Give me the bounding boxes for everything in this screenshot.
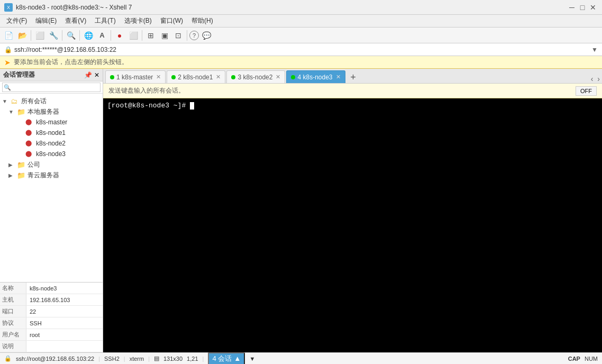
toolbar: 📄 📂 ⬜ 🔧 🔍 🌐 A ● ⬜ ⊞ ▣ ⊡ ? 💬 [0, 28, 602, 43]
pin-icon[interactable]: 📌 [84, 71, 92, 79]
num-indicator: NUM [585, 356, 598, 362]
sidebar-search-input[interactable] [2, 83, 101, 92]
tree-item-k8s-node1[interactable]: ▼ ⬤ k8s-node1 [0, 128, 103, 138]
status-size: 131x30 [163, 356, 183, 362]
menu-item-编辑(E)[interactable]: 编辑(E) [31, 15, 61, 26]
send-to-all-bar: 发送键盘输入的所有会话。 OFF [103, 84, 602, 98]
prop-row-port: 端口 22 [0, 306, 103, 317]
sessions-folder-icon: 🗂 [11, 97, 19, 105]
sessions-button[interactable]: 4 会话 ▲ [208, 352, 245, 365]
spacer: ▼ [17, 130, 24, 136]
status-address: ssh://root@192.168.65.103:22 [16, 356, 94, 362]
lock-icon: 🔒 [4, 46, 12, 53]
send-to-all-button[interactable]: OFF [576, 86, 597, 96]
properties-button[interactable]: 🔧 [47, 29, 60, 42]
new-session-button[interactable]: 📄 [2, 29, 15, 42]
prop-key: 名称 [0, 283, 26, 294]
green-button[interactable]: ⬜ [127, 29, 140, 42]
status-term: xterm [130, 356, 144, 362]
globe-button[interactable]: 🌐 [82, 29, 95, 42]
tab-2[interactable]: 2 k8s-node1✕ [167, 70, 225, 83]
add-tab-button[interactable]: + [348, 71, 359, 83]
tab-1[interactable]: 1 k8s-master✕ [105, 70, 166, 83]
menu-item-查看(V)[interactable]: 查看(V) [61, 15, 90, 26]
sidebar-close-icon[interactable]: ✕ [94, 71, 99, 79]
tab-close-button[interactable]: ✕ [156, 74, 161, 80]
sep: | [124, 356, 125, 362]
window-controls: ─ □ ✕ [567, 3, 598, 12]
prop-val: SSH [26, 317, 103, 329]
maximize-button[interactable]: □ [578, 3, 587, 12]
prop-row-username: 用户名 root [0, 329, 103, 341]
arrow-down-icon: ▼ [249, 356, 255, 362]
tab-close-button[interactable]: ✕ [216, 74, 221, 80]
terminal-button[interactable]: ▣ [158, 29, 171, 42]
menu-item-窗口(W)[interactable]: 窗口(W) [156, 15, 187, 26]
copy-button[interactable]: ⬜ [33, 29, 46, 42]
tab-prev-button[interactable]: ‹ [589, 75, 596, 83]
status-size-icon: ▤ [154, 355, 159, 362]
prop-key: 主机 [0, 294, 26, 305]
tree-item-k8s-node2[interactable]: ▼ ⬤ k8s-node2 [0, 138, 103, 149]
server-icon: ⬤ [25, 119, 34, 126]
cap-indicator: CAP [568, 356, 580, 362]
prop-val: root [26, 329, 103, 340]
expand-icon: ▼ [8, 109, 16, 115]
tab-next-button[interactable]: › [595, 75, 602, 83]
menu-item-帮助(H)[interactable]: 帮助(H) [187, 15, 217, 26]
tree-item-qingyun[interactable]: ▶ 📁 青云服务器 [0, 170, 103, 180]
notification-bar: ➤ 要添加当前会话，点击左侧的箭头按钮。 [0, 56, 602, 69]
tree-item-all-sessions[interactable]: ▼ 🗂 所有会话 [0, 96, 103, 106]
cursor [190, 102, 194, 110]
tree-item-local-server[interactable]: ▼ 📁 本地服务器 [0, 106, 103, 117]
expand-button[interactable]: ⊡ [172, 29, 185, 42]
menu-item-工具(T)[interactable]: 工具(T) [90, 15, 120, 26]
close-button[interactable]: ✕ [588, 3, 598, 12]
tree-label: k8s-node2 [36, 140, 66, 147]
status-ssh-icon: 🔒 [4, 355, 12, 362]
red-button[interactable]: ● [113, 29, 126, 42]
minimize-button[interactable]: ─ [567, 3, 577, 12]
notification-text: 要添加当前会话，点击左侧的箭头按钮。 [14, 58, 128, 67]
search-toolbar-button[interactable]: 🔍 [65, 29, 77, 42]
sidebar: 会话管理器 📌 ✕ ▼ 🗂 所有会话 ▼ 📁 [0, 69, 103, 352]
layout-button[interactable]: ⊞ [144, 29, 157, 42]
tab-close-button[interactable]: ✕ [336, 74, 341, 80]
spacer: ▼ [17, 141, 24, 147]
help-button[interactable]: ? [189, 31, 199, 40]
tab-nav: ‹› [589, 75, 602, 83]
terminal[interactable]: [root@k8s-node3 ~]# [103, 98, 602, 352]
menu-item-选项卡(B)[interactable]: 选项卡(B) [120, 15, 156, 26]
server-icon: ⬤ [25, 150, 34, 158]
prop-row-protocol: 协议 SSH [0, 317, 103, 329]
address-dropdown[interactable]: ▼ [591, 46, 598, 53]
sessions-text: 4 会话 [212, 354, 232, 362]
title-text: k8s-node3 - root@k8s-node3:~ - Xshell 7 [16, 4, 132, 11]
prop-val: k8s-node3 [26, 283, 103, 294]
tree-label: 本地服务器 [28, 107, 59, 116]
expand-icon: ▶ [8, 162, 16, 168]
tree-item-k8s-node3[interactable]: ▼ ⬤ k8s-node3 [0, 149, 103, 159]
tab-close-button[interactable]: ✕ [276, 74, 280, 80]
chat-button[interactable]: 💬 [200, 29, 213, 42]
sidebar-controls: 📌 ✕ [84, 71, 99, 79]
tab-3[interactable]: 3 k8s-node2✕ [226, 70, 285, 83]
font-button[interactable]: A [96, 29, 108, 42]
sidebar-tree: ▼ 🗂 所有会话 ▼ 📁 本地服务器 ▼ ⬤ k8s-master [0, 94, 103, 282]
prop-row-host: 主机 192.168.65.103 [0, 294, 103, 306]
tab-dot [231, 75, 235, 79]
spacer: ▼ [17, 120, 24, 125]
tab-label: 3 k8s-node2 [238, 74, 272, 81]
sidebar-header: 会话管理器 📌 ✕ [0, 69, 103, 81]
address-bar: 🔒 ssh://root:******@192.168.65.103:22 ▼ [0, 43, 602, 56]
tab-4[interactable]: 4 k8s-node3✕ [286, 70, 345, 83]
sessions-arrow: ▲ [234, 354, 241, 362]
prop-val: 192.168.65.103 [26, 294, 103, 305]
tree-item-k8s-master[interactable]: ▼ ⬤ k8s-master [0, 117, 103, 128]
open-button[interactable]: 📂 [16, 29, 29, 42]
sep: | [203, 356, 204, 362]
address-text: ssh://root:******@192.168.65.103:22 [14, 46, 591, 53]
tree-label: 公司 [28, 160, 40, 169]
menu-item-文件(F)[interactable]: 文件(F) [2, 15, 31, 26]
tree-item-company[interactable]: ▶ 📁 公司 [0, 159, 103, 170]
